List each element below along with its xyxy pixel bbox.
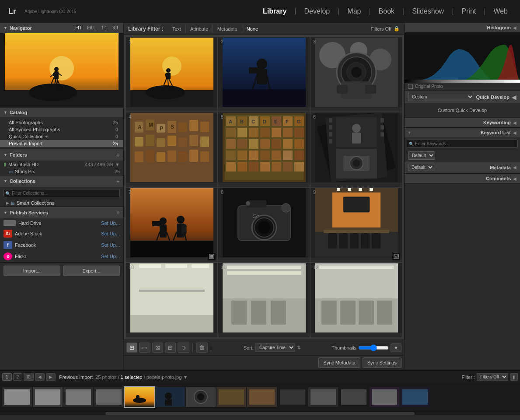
publish-services-header[interactable]: ▼ Publish Services + bbox=[0, 207, 123, 218]
page-2-btn[interactable]: 2 bbox=[13, 373, 23, 381]
metadata-preset-select[interactable]: Default EXIF IPTC All bbox=[408, 164, 434, 171]
filter-attribute-btn[interactable]: Attribute bbox=[186, 25, 213, 33]
fs-thumb-1[interactable] bbox=[2, 387, 32, 407]
delete-photo-btn[interactable]: 🗑 bbox=[196, 343, 208, 353]
filmstrip-end-btn[interactable]: ▮ bbox=[510, 373, 518, 381]
view-3to1-btn[interactable]: 3:1 bbox=[111, 25, 120, 31]
publish-facebook[interactable]: f Facebook Set Up... bbox=[0, 239, 123, 251]
tab-slideshow[interactable]: Slideshow bbox=[404, 7, 452, 15]
filter-metadata-btn[interactable]: Metadata bbox=[213, 25, 242, 33]
photo-cell-5[interactable]: 5 A B C D E F G bbox=[218, 112, 310, 187]
view-1to1-btn[interactable]: 1:1 bbox=[100, 25, 108, 31]
grid-view-small-btn[interactable]: ⊞ bbox=[24, 373, 34, 381]
fs-thumb-11[interactable] bbox=[308, 387, 338, 407]
sync-metadata-btn[interactable]: Sync Metadata bbox=[318, 357, 360, 368]
sort-direction-icon[interactable]: ⇅ bbox=[297, 345, 301, 350]
photo-cell-7[interactable]: 7 bbox=[126, 188, 217, 262]
tab-book[interactable]: Book bbox=[371, 7, 402, 15]
sync-settings-btn[interactable]: Sync Settings bbox=[363, 357, 401, 368]
navigator-header[interactable]: ▼ Navigator FIT FILL 1:1 3:1 bbox=[0, 23, 123, 33]
fs-thumb-5-selected[interactable] bbox=[125, 387, 154, 407]
photo-cell-1[interactable]: 1 bbox=[126, 37, 217, 112]
view-fit-btn[interactable]: FIT bbox=[74, 25, 83, 31]
photo-cell-12[interactable]: 12 bbox=[311, 263, 402, 337]
next-photo-btn[interactable]: ▶ bbox=[46, 373, 56, 381]
fs-thumb-9[interactable] bbox=[247, 387, 277, 407]
view-fill-btn[interactable]: FILL bbox=[86, 25, 97, 31]
fs-thumb-2[interactable] bbox=[33, 387, 63, 407]
publish-hd-setup[interactable]: Set Up... bbox=[101, 220, 120, 226]
collections-filter-input[interactable] bbox=[3, 189, 120, 197]
publish-adobe-setup[interactable]: Set Up... bbox=[101, 231, 120, 236]
compare-view-btn[interactable]: ⊠ bbox=[152, 343, 163, 353]
publish-flickr-setup[interactable]: Set Up... bbox=[101, 254, 120, 259]
fs-thumb-12[interactable] bbox=[339, 387, 369, 407]
publish-add-btn[interactable]: + bbox=[116, 209, 120, 216]
catalog-quick-collection[interactable]: Quick Collection + 0 bbox=[0, 133, 123, 140]
qd-collapse-arrow[interactable]: ◀ bbox=[512, 94, 517, 101]
fs-thumb-7[interactable] bbox=[186, 387, 216, 407]
fs-thumb-13[interactable] bbox=[370, 387, 399, 407]
filmstrip-filename-arrow[interactable]: ▼ bbox=[183, 374, 188, 380]
publish-adobe-stock[interactable]: St Adobe Stock Set Up... bbox=[0, 228, 123, 239]
photo-cell-9[interactable]: 9 bbox=[311, 188, 402, 262]
smart-collections-item[interactable]: ▶ ⊞ Smart Collections bbox=[0, 200, 123, 206]
loupe-view-btn[interactable]: ▭ bbox=[139, 343, 150, 353]
fs-thumb-8[interactable] bbox=[216, 387, 246, 407]
catalog-previous-import[interactable]: Previous Import 25 bbox=[0, 140, 123, 147]
grid-view-btn[interactable]: ⊞ bbox=[126, 343, 137, 353]
sort-select[interactable]: Capture Time Added Order Edit Time File … bbox=[255, 343, 295, 352]
folder-stock-pix[interactable]: ▭ Stock Pix 25 bbox=[0, 168, 123, 175]
photo-cell-10[interactable]: 10 bbox=[126, 263, 217, 337]
photo-cell-4[interactable]: 4 bbox=[126, 112, 217, 187]
collections-add-btn[interactable]: + bbox=[116, 178, 120, 185]
quick-develop-header[interactable]: Custom Default Quick Develop ◀ bbox=[405, 91, 520, 103]
filmstrip-scrollbar-thumb[interactable] bbox=[105, 412, 415, 415]
collections-header[interactable]: ▼ Collections + bbox=[0, 175, 123, 187]
keyword-default-select[interactable]: Default bbox=[408, 151, 435, 160]
tab-develop[interactable]: Develop bbox=[296, 7, 338, 15]
photo-cell-2[interactable]: 2 bbox=[218, 37, 310, 112]
tab-web[interactable]: Web bbox=[485, 7, 516, 15]
publish-fb-setup[interactable]: Set Up... bbox=[101, 242, 120, 248]
photo-cell-3[interactable]: 3 bbox=[311, 37, 402, 112]
catalog-synced-photos[interactable]: All Synced Photographs 0 bbox=[0, 126, 123, 133]
fs-thumb-10[interactable] bbox=[278, 387, 307, 407]
toolbar-more-btn[interactable]: ▼ bbox=[391, 343, 401, 352]
people-view-btn[interactable]: ☺ bbox=[178, 343, 189, 353]
tab-map[interactable]: Map bbox=[339, 7, 369, 15]
tab-library[interactable]: Library bbox=[255, 7, 294, 15]
filmstrip-scrollbar[interactable] bbox=[0, 411, 520, 415]
folders-header[interactable]: ▼ Folders + bbox=[0, 149, 123, 161]
photo-cell-11[interactable]: 11 bbox=[218, 263, 310, 337]
page-1-btn[interactable]: 1 bbox=[2, 373, 12, 381]
photo-cell-6[interactable]: 6 bbox=[311, 112, 402, 187]
filter-none-btn[interactable]: None bbox=[242, 25, 262, 33]
histogram-header[interactable]: Histogram ◀ bbox=[405, 23, 520, 32]
survey-view-btn[interactable]: ⊟ bbox=[165, 343, 176, 353]
fs-thumb-14[interactable] bbox=[400, 387, 430, 407]
publish-flickr[interactable]: ✿ Flickr Set Up... bbox=[0, 251, 123, 262]
metadata-header[interactable]: Default EXIF IPTC All Metadata ◀ bbox=[405, 161, 520, 173]
thumbnail-size-slider[interactable] bbox=[358, 344, 389, 351]
fs-thumb-6[interactable] bbox=[155, 387, 185, 407]
comments-header[interactable]: Comments ◀ bbox=[405, 174, 520, 183]
filmstrip-filter-select[interactable]: Filters Off Pick Rejected Starred bbox=[477, 373, 508, 381]
photo-cell-8[interactable]: 8 Canon bbox=[218, 188, 310, 262]
export-button[interactable]: Export... bbox=[63, 266, 120, 276]
prev-photo-btn[interactable]: ◀ bbox=[35, 373, 45, 381]
tab-print[interactable]: Print bbox=[454, 7, 484, 15]
filter-text-btn[interactable]: Text bbox=[168, 25, 186, 33]
fs-thumb-3[interactable] bbox=[63, 387, 93, 407]
keyword-list-add[interactable]: + bbox=[408, 130, 411, 135]
folders-add-btn[interactable]: + bbox=[116, 151, 120, 158]
catalog-header[interactable]: ▼ Catalog bbox=[0, 108, 123, 117]
keyword-list-header[interactable]: + Keyword List ◀ bbox=[405, 128, 520, 137]
catalog-all-photos[interactable]: All Photographs 25 bbox=[0, 119, 123, 126]
keyword-search-input[interactable] bbox=[407, 140, 518, 148]
orig-photo-checkbox[interactable] bbox=[408, 84, 413, 89]
qd-preset-select[interactable]: Custom Default bbox=[408, 93, 474, 101]
fs-thumb-4[interactable] bbox=[94, 387, 124, 407]
folder-macintosh-hd[interactable]: ▮ Macintosh HD 443 / 499 GB ▼ bbox=[0, 161, 123, 168]
import-button[interactable]: Import... bbox=[3, 266, 60, 276]
